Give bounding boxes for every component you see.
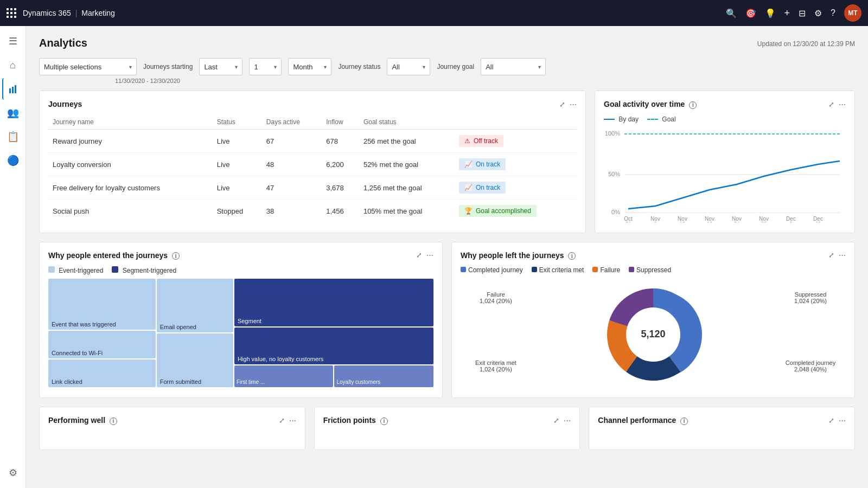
lightbulb-icon[interactable]: 💡 [765, 8, 776, 18]
page-title: Analytics [39, 37, 87, 49]
table-row: Loyalty conversion Live 48 6,200 52% met… [48, 153, 577, 176]
svg-text:6: 6 [654, 221, 657, 222]
performing-well-card: Performing well i ⤢ ⋯ [39, 407, 305, 450]
channel-performance-actions: ⤢ ⋯ [828, 416, 846, 425]
journeys-starting-label: Journeys starting [143, 63, 193, 70]
expand-icon[interactable]: ⤢ [828, 100, 834, 108]
performing-well-title: Performing well i [48, 416, 117, 425]
more-icon[interactable]: ⋯ [839, 251, 846, 259]
treemap-sub-row: First time ... Loyalty customers [234, 365, 433, 387]
treemap-col-3: Segment High value, no loyalty customers… [234, 279, 433, 387]
period-filter[interactable]: Month ▾ [288, 58, 331, 75]
more-icon[interactable]: ⋯ [426, 251, 433, 259]
left-card: Why people left the journeys i ⤢ ⋯ Compl… [451, 242, 855, 399]
selection-filter[interactable]: Multiple selections ▾ [39, 58, 137, 75]
search-icon[interactable]: 🔍 [726, 8, 737, 18]
treemap-cell: Loyalty customers [334, 365, 433, 387]
expand-icon[interactable]: ⤢ [553, 416, 559, 425]
chevron-down-icon: ▾ [274, 64, 277, 70]
sidebar-item-home[interactable]: ⌂ [2, 54, 24, 76]
treemap-cell: First time ... [234, 365, 334, 387]
goal-chart-title: Goal activity over time i [604, 100, 697, 109]
info-icon[interactable]: i [689, 101, 697, 109]
svg-rect-2 [15, 85, 16, 93]
info-icon[interactable]: i [568, 252, 576, 260]
sidebar-item-settings[interactable]: ⚙ [2, 462, 24, 484]
badge-icon: 📈 [464, 160, 473, 168]
sidebar-item-people[interactable]: 👥 [2, 102, 24, 124]
legend-failure: Failure [592, 266, 620, 274]
chevron-down-icon: ▾ [129, 64, 132, 70]
sidebar-item-segments[interactable]: 🔵 [2, 150, 24, 171]
more-icon[interactable]: ⋯ [289, 416, 296, 425]
svg-rect-1 [12, 87, 14, 93]
gear-icon[interactable]: ⚙ [814, 8, 822, 18]
plus-icon[interactable]: + [784, 8, 790, 19]
cell-badge: 🏆 Goal accomplished [455, 200, 577, 223]
legend-goal: Goal [647, 115, 676, 123]
cell-goal-status: 52% met the goal [359, 153, 455, 176]
more-icon[interactable]: ⋯ [564, 416, 571, 425]
help-icon[interactable]: ? [831, 8, 835, 18]
legend-event-triggered: Event-triggered [48, 266, 103, 274]
col-days-active: Days active [262, 115, 322, 130]
channel-performance-title: Channel performance i [598, 416, 688, 425]
info-icon[interactable]: i [380, 418, 388, 425]
cell-journey-name: Loyalty conversion [48, 153, 213, 176]
more-icon[interactable]: ⋯ [570, 100, 577, 108]
legend-segment-triggered: Segment-triggered [112, 266, 176, 274]
target-icon[interactable]: 🎯 [745, 8, 756, 18]
svg-text:0%: 0% [611, 209, 620, 215]
treemap: Event that was triggered Connected to Wi… [48, 279, 433, 387]
filter-icon[interactable]: ⊟ [799, 8, 806, 18]
expand-icon[interactable]: ⤢ [279, 416, 285, 425]
goal-filter[interactable]: All ▾ [481, 58, 546, 75]
info-icon[interactable]: i [172, 252, 180, 260]
journeys-card-actions: ⤢ ⋯ [559, 100, 577, 108]
channel-performance-header: Channel performance i ⤢ ⋯ [598, 416, 846, 425]
last-filter[interactable]: Last ▾ [199, 58, 242, 75]
status-filter[interactable]: All ▾ [387, 58, 430, 75]
cell-journey-name: Free delivery for loyalty customers [48, 176, 213, 200]
badge-icon: 🏆 [464, 207, 473, 215]
col-status: Status [213, 115, 262, 130]
expand-icon[interactable]: ⤢ [828, 251, 834, 259]
sidebar-item-menu[interactable]: ☰ [2, 30, 24, 52]
badge-icon: ⚠ [464, 137, 470, 145]
user-avatar[interactable]: MT [844, 4, 861, 22]
cell-inflow: 3,678 [322, 176, 359, 200]
top-navigation: Dynamics 365 | Marketing 🔍 🎯 💡 + ⊟ ⚙ ? M… [0, 0, 868, 26]
entry-card-header: Why people entered the journeys i ⤢ ⋯ [48, 251, 433, 260]
chevron-down-icon: ▾ [538, 64, 541, 70]
cell-days: 67 [262, 130, 322, 153]
performing-well-header: Performing well i ⤢ ⋯ [48, 416, 296, 425]
sidebar-item-analytics[interactable] [2, 78, 24, 100]
info-icon[interactable]: i [110, 418, 117, 425]
expand-icon[interactable]: ⤢ [416, 251, 422, 259]
app-brand: Dynamics 365 | Marketing [23, 9, 115, 17]
status-label: Journey status [338, 63, 380, 70]
sidebar-item-reports[interactable]: 📋 [2, 126, 24, 147]
donut-final-svg: 5,120 [599, 280, 707, 389]
expand-icon[interactable]: ⤢ [559, 100, 565, 108]
info-icon[interactable]: i [680, 418, 688, 425]
treemap-cell: Form submitted [157, 333, 233, 387]
goal-label: Journey goal [437, 63, 474, 70]
more-icon[interactable]: ⋯ [839, 416, 846, 425]
treemap-col-2: Email opened Form submitted [157, 279, 233, 387]
legend-by-day: By day [604, 115, 639, 123]
treemap-cell: Connected to Wi-Fi [48, 331, 156, 358]
more-icon[interactable]: ⋯ [839, 100, 846, 108]
number-filter[interactable]: 1 ▾ [249, 58, 282, 75]
grid-menu-icon[interactable] [7, 8, 16, 18]
cell-days: 48 [262, 153, 322, 176]
treemap-cell: Segment [234, 279, 433, 326]
cell-journey-name: Reward journey [48, 130, 213, 153]
cell-badge: 📈 On track [455, 153, 577, 176]
left-card-title: Why people left the journeys i [461, 251, 576, 260]
chevron-down-icon: ▾ [324, 64, 327, 70]
expand-icon[interactable]: ⤢ [828, 416, 834, 425]
svg-text:30: 30 [761, 221, 767, 222]
cell-status: Stopped [213, 200, 262, 223]
status-badge: 🏆 Goal accomplished [459, 205, 537, 217]
